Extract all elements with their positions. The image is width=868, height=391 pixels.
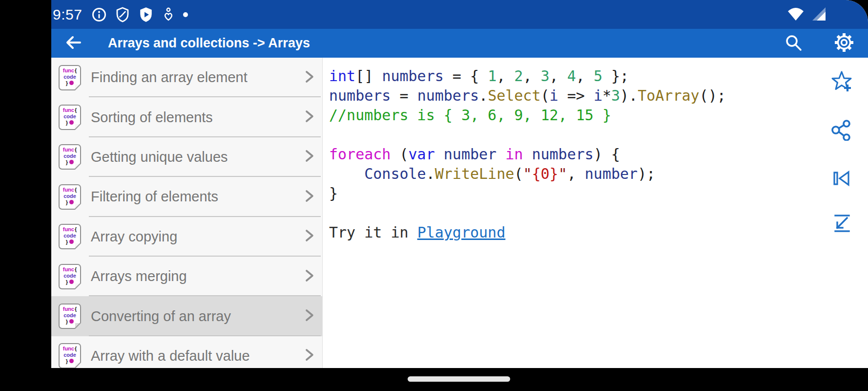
app-bar: Arrays and collections -> Arrays [51,29,868,58]
back-arrow-icon [62,31,84,56]
page-title: Arrays and collections -> Arrays [108,36,310,51]
code-file-icon: func{ code } [59,343,81,368]
chevron-right-icon [301,307,317,326]
lesson-content: int[] numbers = { 1, 2, 3, 4, 5 };number… [323,58,868,368]
code-file-icon: func{ code } [59,144,81,170]
chevron-right-icon [301,347,317,365]
topic-label: Arrays merging [91,268,187,284]
cellular-signal-icon [810,5,827,24]
topic-label: Converting of an array [91,308,231,325]
chevron-right-icon [301,267,317,286]
topic-label: Array copying [91,229,177,245]
code-file-icon: func{ code } [59,304,81,329]
info-icon [91,6,107,23]
favorite-add-star-icon [830,70,853,95]
home-indicator-pill[interactable] [408,376,510,382]
status-notification-icons [91,6,188,23]
search-button[interactable] [782,32,805,55]
status-bar: 9:57 [51,0,868,29]
gear-icon [833,32,855,55]
chevron-right-icon [301,148,317,166]
code-file-icon: func{ code } [59,184,81,210]
topic-label: Filtering of elements [91,189,218,205]
chevron-right-icon [301,227,317,246]
back-button[interactable] [62,32,84,55]
topic-list: func{ code } Finding an array element fu… [51,58,323,368]
chevron-right-icon [301,108,317,127]
collapse-button[interactable] [831,213,852,235]
settings-button[interactable] [833,32,855,55]
share-button[interactable] [831,120,852,142]
shield-vpn-icon [114,6,131,23]
topic-row[interactable]: func{ code } Finding an array element [51,58,322,97]
topic-label: Sorting of elements [91,109,213,126]
play-protect-icon [138,6,154,23]
topic-label: Finding an array element [91,69,248,86]
skip-to-start-icon [831,168,852,191]
status-system-icons [786,5,868,24]
topic-row[interactable]: func{ code } Getting unique values [51,137,322,177]
clock: 9:57 [51,6,82,23]
wifi-icon [786,5,806,24]
topic-row[interactable]: func{ code } Sorting of elements [51,97,322,137]
navigation-bar [0,368,868,391]
share-icon [831,119,852,143]
phone-screen: 9:57 [51,0,868,368]
collapse-arrow-icon [831,212,852,236]
code-file-icon: func{ code } [59,65,81,90]
topic-row[interactable]: func{ code } Array with a default value [51,336,322,368]
chevron-right-icon [301,68,317,87]
code-file-icon: func{ code } [59,224,81,249]
playground-link[interactable]: Playground [417,224,506,241]
code-file-icon: func{ code } [59,264,81,289]
code-block: int[] numbers = { 1, 2, 3, 4, 5 };number… [323,58,868,242]
search-icon [783,32,804,55]
wellbeing-heart-icon [161,6,176,23]
topic-row[interactable]: func{ code } Converting of an array [51,296,322,336]
topic-label: Getting unique values [91,149,228,165]
notification-dot [183,12,188,18]
topic-row[interactable]: func{ code } Array copying [51,217,322,257]
topic-label: Array with a default value [91,348,250,364]
topic-row[interactable]: func{ code } Filtering of elements [51,177,322,217]
skip-to-start-button[interactable] [831,169,852,190]
chevron-right-icon [301,188,317,206]
code-file-icon: func{ code } [59,105,81,130]
topic-row[interactable]: func{ code } Arrays merging [51,257,322,296]
favorite-button[interactable] [831,72,852,93]
